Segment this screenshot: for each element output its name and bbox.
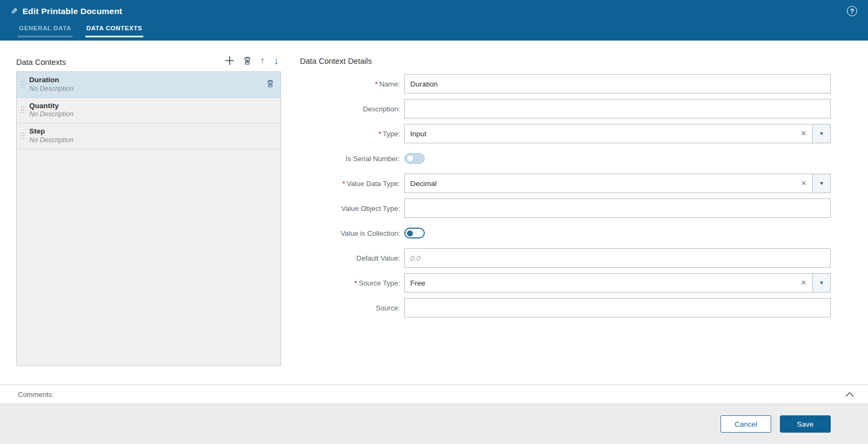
is-serial-number-row: Is Serial Number: — [300, 149, 831, 168]
data-contexts-header: Data Contexts ↑ ↓ — [16, 56, 281, 67]
is-serial-number-toggle[interactable] — [404, 153, 425, 164]
chevron-down-icon[interactable]: ▼ — [812, 274, 830, 292]
tab-general-data[interactable]: GENERAL DATA — [18, 23, 72, 37]
comments-label: Comments: — [18, 390, 843, 399]
value-object-type-input[interactable] — [404, 198, 831, 218]
source-type-row: *Source Type: Free × ▼ — [300, 273, 831, 293]
list-item-name: Duration — [29, 76, 265, 85]
list-item-quantity[interactable]: Quantity No Description — [17, 98, 281, 124]
toggle-knob — [407, 230, 413, 236]
trash-icon — [243, 56, 251, 67]
required-marker: * — [375, 80, 378, 88]
toggle-cell — [404, 153, 831, 164]
clear-icon[interactable]: × — [795, 124, 812, 143]
value-object-type-row: Value Object Type: — [300, 198, 831, 218]
drag-handle-icon[interactable] — [21, 81, 25, 88]
name-row: *Name: — [300, 74, 831, 94]
list-item-text: Step No Description — [29, 127, 275, 145]
toggle-knob — [406, 155, 414, 162]
source-input[interactable] — [404, 298, 831, 317]
page-title: Edit Printable Document — [23, 6, 123, 16]
source-type-label: *Source Type: — [300, 279, 400, 287]
save-button[interactable]: Save — [780, 415, 831, 433]
value-data-type-value: Decimal — [405, 180, 795, 188]
tab-bar: GENERAL DATA DATA CONTEXTS — [0, 23, 868, 37]
list-item-description: No Description — [29, 110, 275, 119]
value-is-collection-toggle[interactable] — [404, 228, 425, 238]
data-contexts-list: Duration No Description Quantity No Desc… — [16, 71, 281, 366]
required-marker: * — [378, 130, 381, 138]
plus-icon — [225, 56, 235, 67]
footer-bar: Cancel Save — [0, 404, 868, 444]
details-title: Data Context Details — [300, 57, 831, 65]
arrow-down-icon: ↓ — [274, 56, 279, 66]
list-item-name: Quantity — [29, 102, 275, 111]
toggle-cell — [404, 228, 831, 238]
data-contexts-panel: Data Contexts ↑ ↓ — [16, 56, 281, 385]
source-type-value: Free — [405, 279, 795, 287]
description-input[interactable] — [404, 99, 831, 118]
value-data-type-row: *Value Data Type: Decimal × ▼ — [300, 174, 831, 193]
clear-icon[interactable]: × — [795, 174, 812, 193]
type-value: Input — [405, 130, 795, 138]
value-object-type-label: Value Object Type: — [300, 204, 400, 213]
type-label: *Type: — [300, 130, 400, 138]
description-row: Description: — [300, 99, 831, 118]
move-down-button[interactable]: ↓ — [274, 56, 279, 67]
tab-data-contexts[interactable]: DATA CONTEXTS — [85, 23, 143, 37]
cancel-button[interactable]: Cancel — [720, 415, 771, 433]
arrow-up-icon: ↑ — [260, 56, 265, 66]
list-item-description: No Description — [29, 136, 275, 145]
chevron-down-icon[interactable]: ▼ — [812, 124, 830, 143]
value-data-type-label: *Value Data Type: — [300, 180, 400, 188]
value-is-collection-row: Value is Collection: — [300, 223, 831, 243]
name-label: *Name: — [300, 80, 400, 88]
type-row: *Type: Input × ▼ — [300, 124, 831, 143]
data-contexts-title: Data Contexts — [16, 58, 66, 67]
required-marker: * — [355, 279, 357, 287]
source-type-combobox[interactable]: Free × ▼ — [404, 273, 831, 293]
help-icon[interactable]: ? — [847, 6, 857, 16]
source-row: Source: — [300, 298, 831, 317]
drag-handle-icon[interactable] — [21, 107, 25, 114]
main-content: Data Contexts ↑ ↓ — [0, 41, 868, 385]
default-value-label: Default Value: — [300, 254, 400, 262]
default-value-input[interactable] — [404, 248, 831, 268]
type-combobox[interactable]: Input × ▼ — [404, 124, 831, 143]
chevron-down-icon[interactable]: ▼ — [812, 174, 830, 193]
data-context-details-panel: Data Context Details *Name: Description:… — [300, 56, 831, 385]
is-serial-number-label: Is Serial Number: — [300, 155, 400, 163]
required-marker: * — [342, 180, 345, 188]
collapse-comments-button[interactable] — [843, 388, 856, 401]
source-label: Source: — [300, 304, 400, 312]
clear-icon[interactable]: × — [795, 274, 812, 292]
comments-section: Comments: — [0, 385, 868, 404]
title-row: ✎ Edit Printable Document ? — [0, 0, 868, 16]
list-item-duration[interactable]: Duration No Description — [17, 72, 281, 98]
header: ✎ Edit Printable Document ? GENERAL DATA… — [0, 0, 868, 41]
list-item-step[interactable]: Step No Description — [17, 123, 281, 149]
chevron-up-icon — [845, 390, 854, 399]
value-is-collection-label: Value is Collection: — [300, 229, 400, 237]
name-input[interactable] — [404, 74, 831, 94]
description-label: Description: — [300, 105, 400, 113]
list-item-text: Duration No Description — [29, 76, 265, 94]
list-item-text: Quantity No Description — [29, 102, 275, 120]
list-item-description: No Description — [29, 85, 265, 94]
drag-handle-icon[interactable] — [21, 132, 25, 140]
edit-pencil-icon: ✎ — [11, 6, 18, 16]
default-value-row: Default Value: — [300, 248, 831, 268]
value-data-type-combobox[interactable]: Decimal × ▼ — [404, 174, 831, 193]
move-up-button[interactable]: ↑ — [260, 56, 265, 67]
add-context-button[interactable] — [225, 56, 235, 67]
delete-context-button[interactable] — [243, 56, 251, 67]
list-item-name: Step — [29, 127, 275, 136]
delete-item-icon[interactable] — [265, 78, 275, 91]
list-toolbar: ↑ ↓ — [225, 56, 281, 67]
